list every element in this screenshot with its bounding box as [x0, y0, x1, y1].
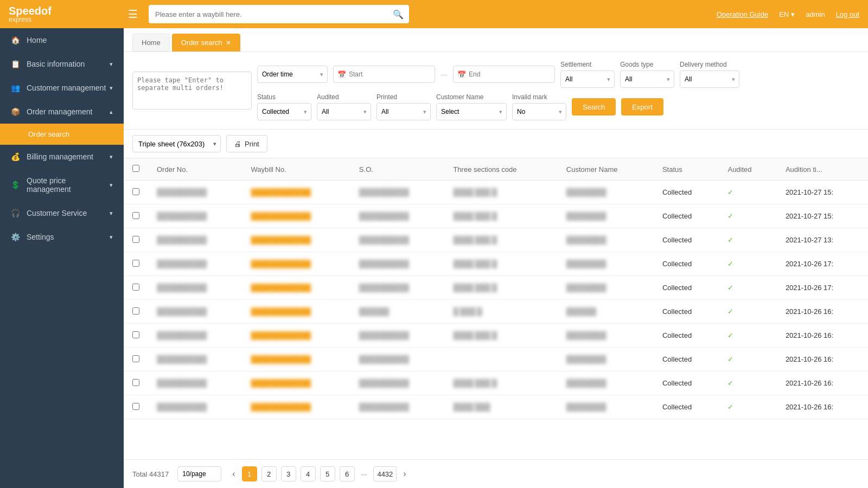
row-checkbox[interactable]: [132, 331, 139, 338]
printed-select[interactable]: All Yes No: [376, 103, 431, 120]
page-2-button[interactable]: 2: [261, 466, 277, 481]
search-button[interactable]: Search: [572, 98, 616, 115]
audition-time-cell: 2021-10-26 16:: [777, 395, 868, 419]
status-cell: Collected: [654, 324, 719, 348]
sidebar-item-customer-service[interactable]: 🎧 Customer Service ▾: [0, 201, 124, 225]
sidebar-item-order-mgmt[interactable]: 📦 Order management ▴: [0, 100, 124, 124]
customer-name-cell: ████████: [558, 181, 654, 204]
page-3-button[interactable]: 3: [281, 466, 296, 481]
delivery-method-select[interactable]: All Standard Express: [680, 70, 739, 88]
sidebar-item-basic-info[interactable]: 📋 Basic information ▾: [0, 52, 124, 76]
next-page-button[interactable]: ›: [401, 469, 408, 479]
invalid-mark-label: Invalid mark: [512, 93, 566, 101]
orders-table: Order No. Waybill No. S.O. Three section…: [124, 158, 868, 419]
status-cell: Collected: [654, 276, 719, 300]
print-type-select-wrap: Triple sheet (76x203) Single sheet Label: [132, 135, 221, 152]
row-checkbox-cell: [124, 204, 148, 228]
waybill-no-cell: ████████████: [242, 324, 350, 348]
tab-home-label: Home: [142, 38, 161, 47]
chevron-down-icon: ▾: [110, 210, 113, 217]
audition-time-cell: 2021-10-26 16:: [777, 300, 868, 324]
customer-name-cell: ████████: [558, 324, 654, 348]
waybill-no-cell: ████████████: [242, 276, 350, 300]
row-checkbox[interactable]: [132, 188, 139, 195]
tab-home[interactable]: Home: [132, 34, 170, 52]
page-4-button[interactable]: 4: [301, 466, 316, 481]
page-1-button[interactable]: 1: [242, 466, 257, 481]
goods-type-select[interactable]: All Normal Special: [620, 70, 674, 88]
row-checkbox[interactable]: [132, 379, 139, 386]
row-checkbox[interactable]: [132, 236, 139, 243]
row-checkbox-cell: [124, 324, 148, 348]
printed-group: Printed All Yes No: [376, 93, 431, 120]
language-selector[interactable]: EN ▾: [779, 10, 795, 18]
table-row: ██████████ ████████████ ██████████ ████ …: [124, 252, 868, 276]
last-page-button[interactable]: 4432: [373, 466, 397, 481]
order-no-cell: ██████████: [148, 204, 242, 228]
printed-select-wrap: All Yes No: [376, 103, 431, 120]
row-checkbox-cell: [124, 252, 148, 276]
sidebar-item-billing-mgmt[interactable]: 💰 Billing management ▾: [0, 145, 124, 169]
tab-order-search[interactable]: Order search ✕: [172, 34, 240, 52]
row-checkbox[interactable]: [132, 284, 139, 291]
prev-page-button[interactable]: ‹: [230, 469, 237, 479]
audited-cell: ✓: [719, 371, 776, 395]
status-cell: Collected: [654, 395, 719, 419]
invalid-mark-group: Invalid mark No Yes: [512, 93, 566, 120]
three-sections-cell: ████ ███ █: [444, 181, 557, 204]
close-icon[interactable]: ✕: [226, 39, 231, 47]
customer-name-select[interactable]: Select: [436, 103, 507, 120]
waybill-no-cell: ████████████: [242, 228, 350, 252]
operation-guide-link[interactable]: Operation Guide: [717, 10, 768, 18]
page-5-button[interactable]: 5: [320, 466, 335, 481]
row-checkbox[interactable]: [132, 355, 139, 362]
col-audited: Audited: [719, 158, 776, 181]
print-type-select[interactable]: Triple sheet (76x203) Single sheet Label: [132, 135, 221, 152]
sidebar-item-customer-mgmt[interactable]: 👥 Customer management ▾: [0, 76, 124, 100]
hamburger-button[interactable]: ☰: [124, 5, 142, 23]
invalid-mark-select[interactable]: No Yes: [512, 103, 566, 120]
end-date-input[interactable]: [453, 66, 555, 83]
customer-name-cell: ██████: [558, 300, 654, 324]
order-time-select[interactable]: Order time Create time Update time: [257, 66, 328, 83]
date-divider: —: [441, 70, 448, 79]
sidebar-item-order-search[interactable]: Order search: [0, 124, 124, 145]
export-button[interactable]: Export: [621, 98, 663, 115]
print-button[interactable]: 🖨 Print: [226, 135, 267, 152]
col-three-sections: Three sections code: [444, 158, 557, 181]
order-search-label: Order search: [28, 130, 69, 138]
audited-select[interactable]: All Yes No: [317, 103, 371, 120]
row-checkbox[interactable]: [132, 212, 139, 219]
row-checkbox[interactable]: [132, 260, 139, 267]
sidebar-item-home[interactable]: 🏠 Home: [0, 28, 124, 52]
three-sections-cell: ████ ███ █: [444, 276, 557, 300]
row-checkbox[interactable]: [132, 403, 139, 410]
customer-name-cell: ████████: [558, 276, 654, 300]
order-no-cell: ██████████: [148, 395, 242, 419]
start-date-input[interactable]: [333, 66, 435, 83]
basic-info-icon: 📋: [11, 60, 20, 68]
three-sections-cell: ████ ███: [444, 395, 557, 419]
settlement-select[interactable]: All Settled Unsettled: [560, 70, 615, 88]
sidebar-item-quote-price[interactable]: 💲 Quote price management ▾: [0, 169, 124, 201]
multi-order-textarea[interactable]: [132, 72, 252, 110]
sidebar-item-label: Order management: [27, 107, 92, 116]
page-6-button[interactable]: 6: [340, 466, 355, 481]
col-waybill-no: Waybill No.: [242, 158, 350, 181]
row-checkbox[interactable]: [132, 307, 139, 314]
sidebar-item-settings[interactable]: ⚙️ Settings ▾: [0, 225, 124, 249]
page-size-select[interactable]: 10/page 20/page 50/page 100/page: [177, 466, 221, 481]
select-all-checkbox[interactable]: [132, 165, 139, 172]
status-select[interactable]: Collected In transit Delivered Returned: [257, 103, 311, 120]
sidebar-item-label: Quote price management: [27, 176, 110, 194]
order-no-cell: ██████████: [148, 252, 242, 276]
audited-cell: ✓: [719, 324, 776, 348]
customer-mgmt-icon: 👥: [11, 84, 20, 92]
customer-name-cell: ████████: [558, 371, 654, 395]
customer-name-label: Customer Name: [436, 93, 507, 101]
waybill-no-cell: ████████████: [242, 371, 350, 395]
settings-icon: ⚙️: [11, 233, 20, 241]
so-cell: ██████████: [350, 228, 445, 252]
waybill-search-input[interactable]: [149, 5, 409, 23]
logout-link[interactable]: Log out: [836, 10, 859, 18]
